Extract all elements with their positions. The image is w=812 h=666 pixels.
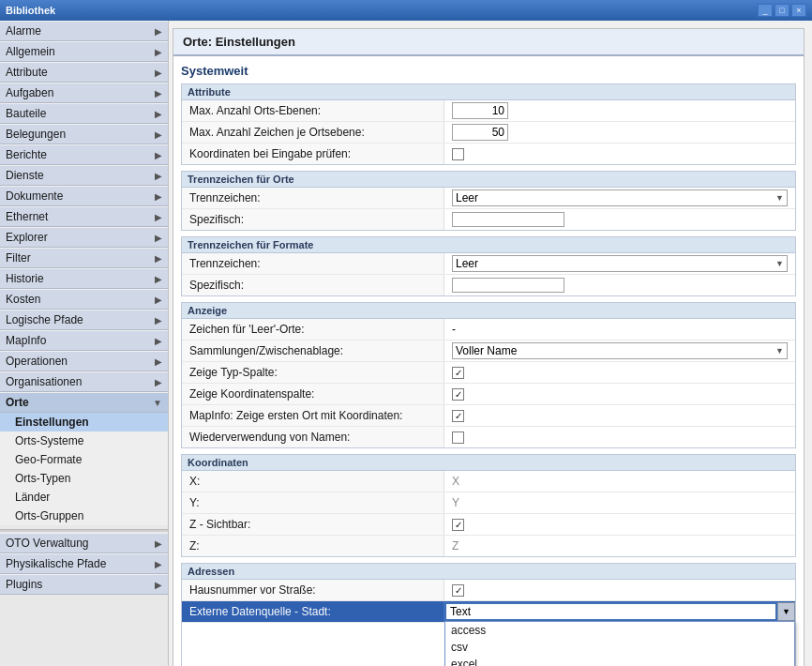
field-row: Koordinaten bei Eingabe prüfen: [182,144,795,164]
spezifisch-orte-input[interactable] [452,212,564,227]
chevron-right-icon: ▶ [155,315,162,325]
koordinaten-prufen-checkbox[interactable] [452,148,464,160]
field-value-stadt[interactable]: Text ▼ access csv excel [444,602,795,621]
field-value[interactable] [444,408,795,424]
window-controls[interactable]: _ □ × [758,4,806,17]
z-sichtbar-checkbox[interactable] [452,519,464,531]
field-row: Zeichen für 'Leer'-Orte: - [182,319,795,341]
sidebar-item-dokumente[interactable]: Dokumente ▶ [0,186,168,206]
max-zeichen-input[interactable] [452,124,508,141]
sidebar-item-explorer[interactable]: Explorer ▶ [0,227,168,248]
close-button[interactable]: × [791,4,806,17]
mapinfo-ersten-ort-checkbox[interactable] [452,410,464,422]
sidebar-item-orts-systeme[interactable]: Orts-Systeme [0,431,168,450]
field-value[interactable] [444,122,795,143]
sidebar-item-laender[interactable]: Länder [0,488,168,507]
chevron-right-icon: ▶ [155,233,162,243]
sidebar-item-einstellungen[interactable]: Einstellungen [0,413,168,431]
sidebar-item-geo-formate[interactable]: Geo-Formate [0,450,168,469]
field-value[interactable]: - [444,321,795,338]
sidebar-item-bauteile[interactable]: Bauteile ▶ [0,103,168,124]
spezifisch-formate-input[interactable] [452,278,564,293]
max-ebenen-input[interactable] [452,102,508,119]
field-value[interactable]: Leer ▼ [444,253,795,274]
field-value[interactable]: Leer ▼ [444,188,795,208]
sidebar-item-ethernet[interactable]: Ethernet ▶ [0,206,168,227]
zeige-koordinatenspalte-checkbox[interactable] [452,388,464,401]
sidebar-item-berichte[interactable]: Berichte ▶ [0,144,168,165]
sidebar-item-belegungen[interactable]: Belegungen ▶ [0,124,168,144]
app-title: Bibliothek [6,5,55,16]
sidebar-item-plugins[interactable]: Plugins ▶ [0,574,168,595]
maximize-button[interactable]: □ [774,4,789,17]
content-header: Orte: Einstellungen [173,29,804,56]
field-label: Zeige Typ-Spalte: [182,362,444,383]
sidebar-item-organisationen[interactable]: Organisationen ▶ [0,371,168,392]
sidebar-item-allgemein[interactable]: Allgemein ▶ [0,41,168,62]
wiederverwendung-namen-checkbox[interactable] [452,431,464,444]
sidebar-item-dienste[interactable]: Dienste ▶ [0,165,168,186]
group-body: X: X Y: Y Z - Sichtbar: [182,471,795,556]
field-value[interactable]: X [444,473,795,490]
minimize-button[interactable]: _ [758,4,773,17]
field-row: Max. Anzahl Orts-Ebenen: [182,100,795,122]
field-value[interactable] [444,430,795,446]
sidebar-item-historie[interactable]: Historie ▶ [0,268,168,289]
sidebar-item-mapinfo[interactable]: MapInfo ▶ [0,330,168,351]
field-value[interactable] [444,146,795,162]
chevron-down-icon: ▼ [153,398,162,408]
field-row: Spezifisch: [182,209,795,230]
field-value[interactable] [444,365,795,381]
sidebar-item-oto-verwaltung[interactable]: OTO Verwaltung ▶ [0,533,168,553]
sidebar-item-filter[interactable]: Filter ▶ [0,248,168,268]
sidebar-item-alarme[interactable]: Alarme ▶ [0,21,168,41]
trennzeichen-orte-select[interactable]: Leer ▼ [452,189,788,206]
sidebar-item-attribute[interactable]: Attribute ▶ [0,62,168,83]
field-value[interactable] [444,276,795,295]
sidebar-item-logische-pfade[interactable]: Logische Pfade ▶ [0,310,168,330]
sidebar-item-operationen[interactable]: Operationen ▶ [0,351,168,371]
field-value[interactable]: Voller Name ▼ [444,341,795,361]
field-row: Zeige Koordinatenspalte: [182,384,795,405]
field-row: Max. Anzahl Zeichen je Ortsebene: [182,122,795,144]
dropdown-option-access[interactable]: access [445,622,794,639]
sidebar-item-orte[interactable]: Orte ▼ [0,392,168,413]
sidebar-item-orts-gruppen[interactable]: Orts-Gruppen [0,507,168,525]
sammlungen-select[interactable]: Voller Name ▼ [452,342,788,359]
group-body: Trennzeichen: Leer ▼ Spezifisch: [182,253,795,295]
sidebar-item-label: Dienste [6,169,44,182]
chevron-down-icon: ▼ [775,193,784,203]
section-title: Systemweit [181,64,796,78]
sidebar-item-kosten[interactable]: Kosten ▶ [0,289,168,310]
field-value[interactable]: Y [444,494,795,511]
chevron-right-icon: ▶ [155,212,162,222]
field-value[interactable] [444,210,795,229]
field-row: Zeige Typ-Spalte: [182,362,795,384]
field-label-stadt: Externe Datenquelle - Stadt: [182,601,444,622]
field-value[interactable] [444,517,795,533]
field-label: Spezifisch: [182,209,444,230]
sidebar-item-orts-typen[interactable]: Orts-Typen [0,469,168,488]
stadt-dropdown-selected[interactable]: Text [444,602,777,621]
sidebar-item-aufgaben[interactable]: Aufgaben ▶ [0,83,168,103]
field-value[interactable] [444,100,795,121]
dropdown-option-excel[interactable]: excel [445,656,794,666]
chevron-right-icon: ▶ [155,356,162,367]
chevron-right-icon: ▶ [155,109,162,119]
chevron-down-icon: ▼ [775,259,784,268]
content-body: Systemweit Attribute Max. Anzahl Orts-Eb… [173,56,804,666]
group-header-trennzeichen-orte: Trennzeichen für Orte [182,172,795,188]
trennzeichen-formate-select[interactable]: Leer ▼ [452,255,788,272]
hausnummer-checkbox[interactable] [452,584,464,597]
field-value[interactable] [444,386,795,402]
field-label: Zeichen für 'Leer'-Orte: [182,319,444,340]
dropdown-option-csv[interactable]: csv [445,639,794,656]
field-value[interactable] [444,583,795,598]
sidebar-item-label: Belegungen [6,128,66,141]
stadt-dropdown-button[interactable]: ▼ [777,602,795,621]
sidebar-item-label: Ethernet [6,210,48,223]
field-row: Spezifisch: [182,275,795,295]
field-value[interactable]: Z [444,537,795,554]
zeige-typ-spalte-checkbox[interactable] [452,367,464,379]
sidebar-item-physikalische-pfade[interactable]: Physikalische Pfade ▶ [0,553,168,574]
